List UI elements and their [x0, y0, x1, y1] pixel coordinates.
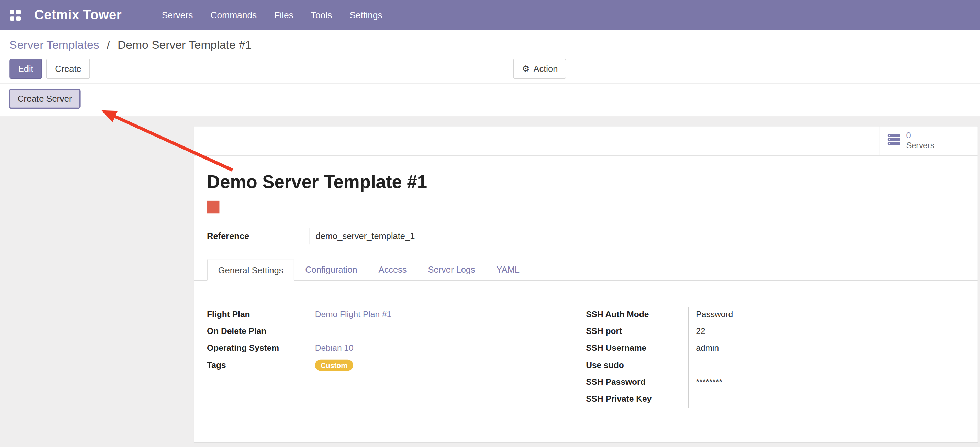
- app-title[interactable]: Cetmix Tower: [34, 8, 122, 23]
- nav-item-commands[interactable]: Commands: [210, 10, 257, 20]
- tab-server-logs[interactable]: Server Logs: [417, 260, 485, 281]
- reference-label: Reference: [207, 228, 309, 244]
- ssh-private-key-label: SSH Private Key: [586, 394, 652, 403]
- servers-icon: [887, 133, 900, 148]
- ssh-auth-mode-label: SSH Auth Mode: [586, 310, 649, 319]
- apps-menu-icon[interactable]: [10, 10, 21, 20]
- ssh-password-label: SSH Password: [586, 377, 645, 386]
- page: Cetmix Tower Servers Commands Files Tool…: [0, 0, 980, 447]
- create-server-button[interactable]: Create Server: [9, 89, 80, 109]
- flight-plan-label: Flight Plan: [207, 310, 250, 319]
- action-button-label: Action: [534, 62, 558, 75]
- ssh-auth-mode-value: Password: [696, 310, 733, 319]
- record-title: Demo Server Template #1: [207, 172, 965, 193]
- ssh-username-label: SSH Username: [586, 343, 646, 353]
- breadcrumb: Server Templates / Demo Server Template …: [9, 38, 970, 52]
- tab-access[interactable]: Access: [368, 260, 417, 281]
- nav-item-tools[interactable]: Tools: [311, 10, 332, 20]
- nav-item-servers[interactable]: Servers: [162, 10, 193, 20]
- top-navbar: Cetmix Tower Servers Commands Files Tool…: [0, 0, 980, 30]
- breadcrumb-separator: /: [107, 38, 110, 51]
- content-area: 0 Servers Demo Server Template #1 Refere…: [0, 116, 980, 447]
- use-sudo-label: Use sudo: [586, 360, 624, 370]
- servers-stat-button[interactable]: 0 Servers: [879, 126, 977, 155]
- breadcrumb-current: Demo Server Template #1: [118, 38, 251, 51]
- nav-item-files[interactable]: Files: [274, 10, 293, 20]
- reference-field: Reference demo_server_template_1: [207, 228, 965, 244]
- top-menu: Servers Commands Files Tools Settings: [162, 10, 382, 20]
- tab-configuration[interactable]: Configuration: [294, 260, 368, 281]
- tab-general-settings[interactable]: General Settings: [207, 260, 294, 281]
- operating-system-link[interactable]: Debian 10: [315, 343, 353, 353]
- sheet-body: Demo Server Template #1 Reference demo_s…: [194, 156, 978, 409]
- record-sheet: 0 Servers Demo Server Template #1 Refere…: [194, 126, 978, 443]
- tags-label: Tags: [207, 360, 226, 370]
- servers-count: 0: [906, 131, 934, 140]
- ssh-port-value: 22: [696, 326, 705, 335]
- on-delete-plan-label: On Delete Plan: [207, 326, 266, 335]
- control-panel: Server Templates / Demo Server Template …: [0, 30, 980, 79]
- right-field-group: SSH Auth Mode SSH port SSH Username Use …: [586, 307, 965, 409]
- ssh-password-value: ********: [696, 377, 722, 386]
- create-button[interactable]: Create: [46, 59, 90, 79]
- left-field-group: Flight Plan On Delete Plan Operating Sys…: [207, 307, 586, 409]
- flight-plan-link[interactable]: Demo Flight Plan #1: [315, 310, 391, 319]
- reference-value: demo_server_template_1: [309, 228, 415, 244]
- action-button[interactable]: ⚙ Action: [513, 59, 566, 79]
- stat-button-box: 0 Servers: [194, 126, 978, 155]
- field-groups: Flight Plan On Delete Plan Operating Sys…: [207, 307, 965, 409]
- servers-label: Servers: [906, 140, 934, 151]
- nav-item-settings[interactable]: Settings: [350, 10, 382, 20]
- on-delete-plan-value: [315, 324, 586, 341]
- tag-badge-custom: Custom: [315, 360, 353, 371]
- edit-button[interactable]: Edit: [9, 59, 42, 79]
- create-server-row: Create Server: [0, 83, 980, 116]
- operating-system-label: Operating System: [207, 343, 279, 353]
- notebook-tabs: General Settings Configuration Access Se…: [194, 260, 978, 281]
- ssh-username-value: admin: [696, 343, 719, 353]
- control-panel-buttons: Edit Create ⚙ Action: [9, 59, 970, 79]
- breadcrumb-parent[interactable]: Server Templates: [9, 38, 99, 51]
- tab-yaml[interactable]: YAML: [486, 260, 530, 281]
- color-swatch[interactable]: [207, 201, 219, 213]
- gear-icon: ⚙: [522, 64, 530, 73]
- ssh-port-label: SSH port: [586, 326, 622, 335]
